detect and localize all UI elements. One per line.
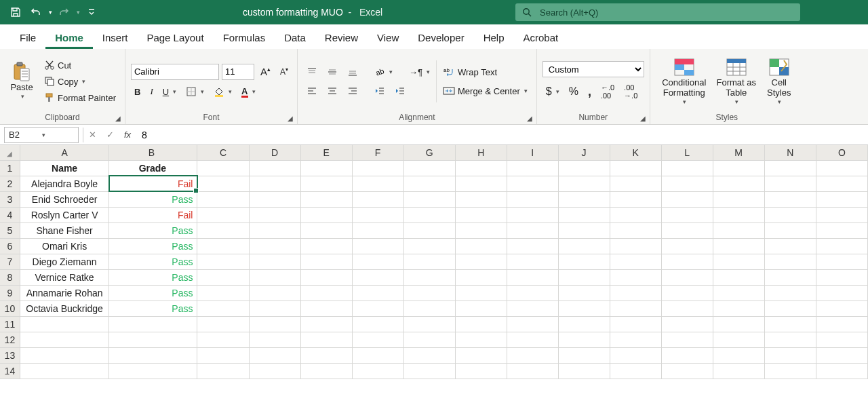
cell-I2[interactable] [507, 176, 558, 191]
cell-O4[interactable] [816, 207, 867, 222]
row-header-6[interactable]: 6 [0, 238, 20, 254]
cell-K4[interactable] [610, 207, 661, 222]
column-header-C[interactable]: C [197, 145, 249, 160]
cell-J11[interactable] [558, 316, 610, 332]
cell-B2[interactable]: Fail [109, 176, 197, 191]
cell-J2[interactable] [558, 176, 610, 191]
cell-C10[interactable] [197, 301, 249, 316]
cell-B8[interactable]: Pass [109, 269, 197, 285]
fill-color-button[interactable]: ▾ [210, 84, 235, 99]
cell-G10[interactable] [403, 301, 455, 316]
cell-K5[interactable] [610, 222, 661, 238]
cell-M7[interactable] [713, 254, 764, 269]
cell-A1[interactable]: Name [20, 160, 109, 176]
undo-caret-icon[interactable]: ▾ [49, 9, 52, 16]
row-header-7[interactable]: 7 [0, 254, 20, 269]
increase-font-button[interactable]: A▴ [257, 64, 274, 79]
cell-H14[interactable] [455, 363, 507, 379]
cell-E2[interactable] [300, 176, 352, 191]
cell-D2[interactable] [249, 176, 300, 191]
cell-M5[interactable] [713, 222, 764, 238]
cell-H1[interactable] [455, 160, 507, 176]
cell-E12[interactable] [300, 332, 352, 347]
cell-O14[interactable] [816, 363, 867, 379]
cell-styles-button[interactable]: Cell Styles▾ [760, 55, 798, 108]
column-header-G[interactable]: G [403, 145, 455, 160]
cell-A3[interactable]: Enid Schroeder [20, 191, 109, 207]
cell-O2[interactable] [816, 176, 867, 191]
cell-L13[interactable] [661, 347, 713, 363]
cell-I3[interactable] [507, 191, 558, 207]
tab-file[interactable]: File [10, 26, 45, 49]
bold-button[interactable]: B [131, 85, 144, 99]
cell-J3[interactable] [558, 191, 610, 207]
dialog-launcher-icon[interactable]: ◢ [115, 115, 121, 122]
cell-G5[interactable] [403, 222, 455, 238]
cell-N2[interactable] [764, 176, 816, 191]
cell-M8[interactable] [713, 269, 764, 285]
cell-M10[interactable] [713, 301, 764, 316]
column-header-M[interactable]: M [713, 145, 764, 160]
percent-format-button[interactable]: % [566, 83, 582, 100]
cell-K7[interactable] [610, 254, 661, 269]
cell-I12[interactable] [507, 332, 558, 347]
cell-K12[interactable] [610, 332, 661, 347]
cell-K2[interactable] [610, 176, 661, 191]
borders-button[interactable]: ▾ [182, 84, 208, 99]
cell-I4[interactable] [507, 207, 558, 222]
cell-G14[interactable] [403, 363, 455, 379]
cell-G4[interactable] [403, 207, 455, 222]
cell-A13[interactable] [20, 347, 109, 363]
cell-N4[interactable] [764, 207, 816, 222]
cell-D6[interactable] [249, 238, 300, 254]
cell-A10[interactable]: Octavia Buckridge [20, 301, 109, 316]
cell-A4[interactable]: Roslyn Carter V [20, 207, 109, 222]
decrease-indent-button[interactable] [371, 83, 389, 98]
search-box[interactable] [515, 3, 800, 21]
cell-H7[interactable] [455, 254, 507, 269]
cell-N14[interactable] [764, 363, 816, 379]
cell-G8[interactable] [403, 269, 455, 285]
cell-B1[interactable]: Grade [109, 160, 197, 176]
cell-B4[interactable]: Fail [109, 207, 197, 222]
cell-G2[interactable] [403, 176, 455, 191]
cell-O7[interactable] [816, 254, 867, 269]
merge-center-button[interactable]: Merge & Center▾ [439, 83, 531, 98]
dialog-launcher-icon[interactable]: ◢ [527, 115, 532, 122]
wrap-text-button[interactable]: ab Wrap Text [439, 64, 531, 79]
column-header-A[interactable]: A [20, 145, 109, 160]
search-input[interactable] [538, 7, 793, 18]
cell-D8[interactable] [249, 269, 300, 285]
cell-H2[interactable] [455, 176, 507, 191]
cell-O1[interactable] [816, 160, 867, 176]
align-center-button[interactable] [323, 83, 341, 98]
cell-O3[interactable] [816, 191, 867, 207]
tab-insert[interactable]: Insert [93, 26, 138, 49]
tab-view[interactable]: View [368, 26, 408, 49]
ltr-button[interactable]: →¶▾ [406, 65, 433, 79]
cell-C6[interactable] [197, 238, 249, 254]
decrease-font-button[interactable]: A▾ [277, 64, 292, 79]
cell-J8[interactable] [558, 269, 610, 285]
tab-data[interactable]: Data [275, 26, 315, 49]
row-header-14[interactable]: 14 [0, 363, 20, 379]
cell-C8[interactable] [197, 269, 249, 285]
formula-input[interactable] [136, 127, 868, 143]
cell-I11[interactable] [507, 316, 558, 332]
cell-K1[interactable] [610, 160, 661, 176]
column-header-D[interactable]: D [249, 145, 300, 160]
cell-F8[interactable] [352, 269, 403, 285]
cell-J7[interactable] [558, 254, 610, 269]
cell-K8[interactable] [610, 269, 661, 285]
cell-C5[interactable] [197, 222, 249, 238]
dialog-launcher-icon[interactable]: ◢ [640, 115, 646, 122]
redo-caret-icon[interactable]: ▾ [77, 9, 80, 16]
column-header-F[interactable]: F [352, 145, 403, 160]
cell-L9[interactable] [661, 285, 713, 301]
row-header-8[interactable]: 8 [0, 269, 20, 285]
align-right-button[interactable] [344, 83, 361, 98]
cell-D3[interactable] [249, 191, 300, 207]
cell-H4[interactable] [455, 207, 507, 222]
cell-I8[interactable] [507, 269, 558, 285]
cell-C13[interactable] [197, 347, 249, 363]
